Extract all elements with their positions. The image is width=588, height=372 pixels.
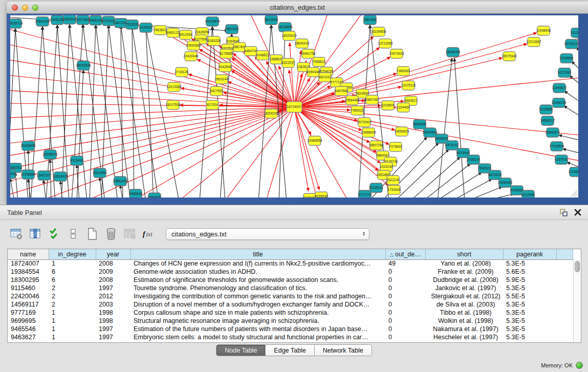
delete-column-icon[interactable] <box>103 226 119 242</box>
node-label: 8454749 <box>244 49 257 53</box>
cell-name: 14569117 <box>8 300 49 309</box>
tab-edge-table[interactable]: Edge Table <box>266 344 314 356</box>
node-label: 10543382 <box>186 43 201 47</box>
column-header-in_degree[interactable]: in_degree <box>49 249 96 259</box>
svg-text:(x): (x) <box>146 231 153 237</box>
status-bar: Memory: OK <box>541 362 583 369</box>
cell-in_degree: 1 <box>49 325 96 333</box>
node-label: 16975343 <box>502 54 517 58</box>
cell-short: Wolkin et al. (1998) <box>425 317 503 325</box>
network-canvas[interactable]: 1405572420691406120513531065324715276028… <box>10 15 578 198</box>
cell-year: 1997 <box>96 333 130 341</box>
node-label: 14055724 <box>10 21 23 25</box>
cell-filler <box>556 284 573 292</box>
table-row[interactable]: 911546021997Tourette syndrome. Phenomeno… <box>8 284 573 292</box>
node-label: 8427552 <box>210 89 223 93</box>
table-settings-icon[interactable] <box>8 226 25 242</box>
table-row[interactable]: 1830029562008Estimation of significance … <box>8 276 573 284</box>
table-row[interactable]: 1938455462009Genome-wide association stu… <box>8 268 573 276</box>
node-label: 8471676 <box>488 173 502 177</box>
cell-filler <box>556 300 573 309</box>
cell-pagerank: 5.3E-5 <box>503 259 556 268</box>
table-row[interactable]: 969969511998Structural magnetic resonanc… <box>8 317 573 325</box>
node-label: 8322037 <box>281 61 295 64</box>
column-header-year[interactable]: year <box>96 249 130 259</box>
cell-title: Structural magnetic resonance image aver… <box>130 317 385 325</box>
node-label: 8028936 <box>315 194 328 198</box>
cell-year: 1997 <box>96 325 130 333</box>
node-label: 9105957 <box>139 26 153 29</box>
column-header-filler[interactable] <box>556 249 573 259</box>
tab-network-table[interactable]: Network Table <box>315 344 372 356</box>
cell-pagerank: 5.3E-5 <box>503 309 556 317</box>
node-label: 817004 <box>207 103 218 106</box>
cell-out_degree: 0 <box>385 268 425 276</box>
column-header-pagerank[interactable]: pagerank <box>503 249 556 259</box>
column-header-name[interactable]: name <box>8 249 49 259</box>
node-label: 8912950 <box>93 171 106 174</box>
node-label: 9699695 <box>148 195 161 198</box>
cell-year: 1998 <box>96 317 130 325</box>
table-vertical-scrollbar[interactable] <box>573 260 581 342</box>
table-row[interactable]: 1872400712008Changes of HCN gene express… <box>8 259 573 268</box>
node-label: 18300295 <box>264 112 279 115</box>
window-titlebar[interactable]: citations_edges.txt <box>7 2 588 14</box>
table-selector-value: citations_edges.txt <box>171 230 227 238</box>
cell-filler <box>556 317 573 325</box>
column-header-title[interactable]: title <box>130 249 385 259</box>
citation-network-graph[interactable]: 1405572420691406120513531065324715276028… <box>10 15 578 198</box>
node-label: 7663822 <box>154 28 167 32</box>
node-label: 3624554 <box>356 92 369 95</box>
node-label: 8350051 <box>10 166 22 169</box>
node-label: 9621022 <box>318 75 332 79</box>
cell-short: Jankovic et al. (1997) <box>425 284 503 292</box>
cell-year: 2008 <box>96 259 130 268</box>
toggle-rows-icon[interactable] <box>65 226 81 242</box>
close-panel-icon[interactable] <box>573 207 583 217</box>
node-label: 15692971 <box>546 130 560 134</box>
table-row[interactable]: 977716911998Corpus callosum shape and si… <box>8 309 573 317</box>
node-label: 12444134 <box>552 101 567 104</box>
column-header-short[interactable]: short <box>425 249 503 259</box>
float-panel-icon[interactable] <box>558 207 569 217</box>
table-row[interactable]: 946362711997Embryonic stem cells: a mode… <box>8 333 573 341</box>
node-label: 9227343 <box>558 71 571 74</box>
cell-year: 2003 <box>96 300 130 309</box>
node-label: 12156889 <box>21 172 36 176</box>
cell-name: 18724007 <box>8 259 49 268</box>
show-columns-icon[interactable] <box>27 226 43 242</box>
table-row[interactable]: 2242004622012Investigating the contribut… <box>8 292 573 300</box>
table-toolbar: f (x) citations_edges.txt ▲▼ <box>8 225 588 243</box>
cell-title: Estimation of significance thresholds fo… <box>130 276 385 284</box>
cell-out_degree: 0 <box>385 284 425 292</box>
graph-window: citations_edges.txt 14055724206914061205… <box>7 2 588 205</box>
node-label: 14513415 <box>53 174 68 178</box>
node-label: 25206905 <box>21 144 36 147</box>
table-row[interactable]: 1456911722003Disruption of a novel membe… <box>8 300 573 309</box>
table-type-tabbar: Node TableEdge TableNetwork Table <box>0 344 588 356</box>
cell-out_degree: 0 <box>385 325 425 333</box>
node-label: 12213389 <box>378 41 393 45</box>
table-row[interactable]: 946554611997Estimation of the future num… <box>8 325 573 333</box>
memory-ok-indicator[interactable] <box>576 362 583 369</box>
node-label: 7832621 <box>478 166 491 170</box>
create-column-icon[interactable] <box>84 226 100 242</box>
node-label: 20851404 <box>113 179 128 183</box>
table-selector-dropdown[interactable]: citations_edges.txt ▲▼ <box>166 228 369 240</box>
select-all-columns-icon[interactable] <box>46 226 62 242</box>
canvas-resize-grip[interactable] <box>571 190 577 196</box>
node-label: 7955812 <box>312 60 325 63</box>
cell-out_degree: 0 <box>385 317 425 325</box>
scrollbar-thumb[interactable] <box>575 261 580 272</box>
function-builder-icon[interactable]: f (x) <box>141 226 157 242</box>
table-panel-title: Table Panel <box>7 209 554 216</box>
cell-filler <box>556 268 573 276</box>
cell-in_degree: 1 <box>49 333 96 341</box>
column-header-out_degree[interactable]: △out_de… <box>385 249 425 259</box>
cell-title: Genome-wide association studies in ADHD. <box>130 268 385 276</box>
cell-title: Changes of HCN gene expression and I(f) … <box>130 259 385 268</box>
node-label: 16154808 <box>372 30 386 33</box>
cell-year: 1997 <box>96 284 130 292</box>
tab-node-table[interactable]: Node Table <box>216 344 266 356</box>
cell-name: 9115460 <box>8 284 49 292</box>
